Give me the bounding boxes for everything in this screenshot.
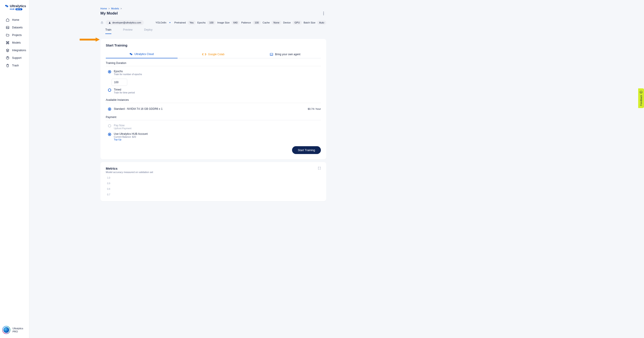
page-title: My Model — [100, 11, 118, 16]
sidebar-item-label: Models — [12, 41, 21, 44]
breadcrumb-models[interactable]: Models — [111, 7, 119, 10]
radio-timed[interactable]: Timed Train for time period — [106, 87, 321, 95]
sidebar-item-models[interactable]: Models — [0, 39, 29, 46]
instance-price: $0.74 / hour — [308, 108, 321, 110]
tab-bring-your-own-agent[interactable]: Bring your own agent — [249, 51, 321, 58]
laptop-icon — [270, 53, 273, 56]
metrics-title: Metrics — [106, 166, 153, 170]
radio-instance-input[interactable] — [108, 108, 111, 111]
sidebar-item-support[interactable]: Support — [0, 54, 29, 62]
tab-preview[interactable]: Preview — [123, 28, 132, 34]
model-chips: YOLOv8n Pretrained Yes Epochs 100 Image … — [156, 20, 326, 24]
tab-train[interactable]: Train — [105, 28, 111, 34]
svg-point-10 — [131, 54, 132, 55]
sidebar-item-label: Datasets — [12, 26, 22, 29]
model-tabs: Train Preview Deploy — [100, 28, 326, 34]
start-training-card: Start Training Ultralytics Cloud Google … — [100, 39, 326, 160]
svg-point-4 — [323, 12, 324, 12]
owner-email: developer@ultralytics.com — [112, 21, 141, 24]
kebab-icon — [323, 12, 324, 15]
divider — [106, 120, 321, 120]
svg-point-8 — [109, 22, 110, 22]
radio-paynow-input[interactable] — [108, 124, 111, 128]
status-dot — [170, 22, 170, 23]
sidebar-item-trash[interactable]: Trash — [0, 62, 29, 69]
colab-icon — [202, 53, 206, 56]
main-content: Home > Models > My Model developer@ultra… — [29, 0, 644, 208]
sidebar-item-label: Integrations — [12, 49, 26, 52]
expand-icon[interactable] — [318, 166, 321, 170]
beta-badge: BETA — [16, 8, 22, 10]
svg-point-6 — [323, 14, 324, 15]
brand-name: Ultralytics — [10, 4, 26, 8]
sidebar-item-projects[interactable]: Projects — [0, 31, 29, 39]
epochs-input[interactable] — [112, 79, 127, 86]
help-icon — [6, 56, 10, 60]
svg-point-12 — [640, 91, 642, 94]
sidebar-item-label: Home — [12, 18, 19, 22]
page-header: Home > Models > My Model developer@ultra… — [29, 0, 644, 36]
layers-icon — [6, 48, 10, 52]
tab-deploy[interactable]: Deploy — [144, 28, 152, 34]
feedback-tab[interactable]: Feedback — [638, 88, 644, 108]
radio-hub-account-input[interactable] — [108, 133, 111, 136]
sidebar-item-datasets[interactable]: Datasets — [0, 24, 29, 31]
tab-google-colab[interactable]: Google Colab — [178, 51, 249, 58]
sidebar-item-integrations[interactable]: Integrations — [0, 46, 29, 54]
brand-hub: HUB — [10, 8, 14, 10]
instance-standard[interactable]: Standard - NVIDIA T4 16 GB GDDR6 x 1 $0.… — [106, 105, 321, 112]
radio-epochs-input[interactable] — [108, 70, 111, 73]
metrics-card: Metrics Model accuracy measured on valid… — [100, 162, 326, 201]
tab-ultralytics-cloud[interactable]: Ultralytics Cloud — [106, 51, 178, 58]
sidebar-item-label: Projects — [12, 34, 22, 37]
lock-icon — [100, 21, 104, 24]
sidebar: Ultralytics HUB BETA Home Datasets Proje… — [0, 0, 29, 208]
folder-icon — [6, 33, 10, 37]
model-arch: YOLOv8n — [156, 21, 166, 24]
sidebar-item-label: Trash — [12, 64, 19, 67]
radio-epochs[interactable]: Epochs Train for number of epochs — [106, 68, 321, 77]
trash-icon — [6, 64, 10, 67]
available-instances-label: Available Instances — [106, 98, 321, 102]
ultralytics-small-icon — [130, 52, 132, 56]
radio-paynow[interactable]: Pay Now Upfront Payment — [106, 122, 321, 131]
svg-point-5 — [323, 13, 324, 14]
breadcrumb: Home > Models > — [100, 7, 326, 10]
card-title: Start Training — [106, 43, 321, 47]
svg-rect-7 — [101, 22, 103, 24]
smile-icon — [640, 90, 643, 94]
ultralytics-logo-icon — [5, 4, 8, 8]
topup-link[interactable]: Top-Up — [114, 138, 321, 141]
breadcrumb-home[interactable]: Home — [100, 7, 107, 10]
owner-pill[interactable]: developer@ultralytics.com — [106, 20, 144, 25]
radio-hub-account[interactable]: Use Ultralytics HUB Account Current Bala… — [106, 131, 321, 142]
training-provider-tabs: Ultralytics Cloud Google Colab Bring you… — [106, 51, 321, 58]
metrics-sub: Model accuracy measured on validation se… — [106, 171, 153, 174]
kebab-menu[interactable] — [321, 11, 326, 16]
sidebar-item-label: Support — [12, 56, 22, 60]
home-icon — [6, 18, 10, 22]
sidebar-nav: Home Datasets Projects Models Integratio… — [0, 12, 29, 208]
svg-point-1 — [6, 5, 8, 7]
brand-logo[interactable]: Ultralytics HUB BETA — [0, 0, 29, 12]
user-icon — [108, 22, 111, 24]
radio-timed-input[interactable] — [108, 88, 111, 92]
sidebar-item-home[interactable]: Home — [0, 16, 29, 24]
divider — [106, 103, 321, 103]
start-training-button[interactable]: Start Training — [292, 146, 321, 154]
payment-label: Payment — [106, 116, 321, 119]
svg-rect-11 — [270, 53, 273, 55]
training-duration-label: Training Duration — [106, 62, 321, 64]
image-icon — [6, 26, 10, 29]
metrics-chart: 1.0 0.9 0.8 0.7 — [106, 176, 321, 196]
divider — [106, 66, 321, 66]
command-icon — [6, 41, 10, 44]
